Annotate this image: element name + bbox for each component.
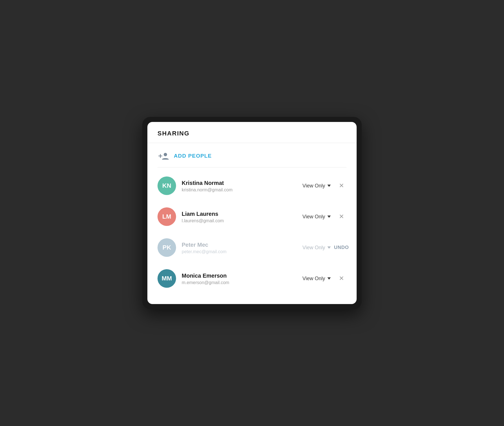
close-icon-mm: ✕: [339, 275, 344, 282]
permission-label-mm: View Only: [302, 276, 325, 282]
permission-dropdown-mm[interactable]: View Only: [302, 276, 331, 282]
permission-dropdown-pk[interactable]: View Only: [302, 245, 331, 251]
chevron-down-icon-kn: [327, 185, 331, 187]
modal-wrapper: SHARING + ADD PEOPLE KNKristina Normatkr…: [142, 117, 362, 309]
permission-label-kn: View Only: [302, 183, 325, 189]
remove-button-lm[interactable]: ✕: [336, 212, 346, 222]
person-row-pk: PKPeter Mecpeter.mec@gmail.comView OnlyU…: [158, 232, 346, 263]
avatar-pk: PK: [158, 238, 176, 257]
chevron-down-icon-lm: [327, 216, 331, 218]
close-icon-lm: ✕: [339, 214, 344, 220]
modal-body: + ADD PEOPLE KNKristina Normatkristina.n…: [147, 143, 357, 304]
svg-point-1: [164, 153, 167, 156]
remove-button-mm[interactable]: ✕: [336, 273, 346, 284]
person-email-lm: l.laurens@gmail.com: [182, 218, 297, 223]
person-info-pk: Peter Mecpeter.mec@gmail.com: [182, 241, 297, 254]
svg-text:+: +: [158, 152, 163, 160]
chevron-down-icon-mm: [327, 277, 331, 280]
person-name-lm: Liam Laurens: [182, 210, 297, 217]
person-name-pk: Peter Mec: [182, 241, 297, 248]
person-row-mm: MMMonica Emersonm.emerson@gmail.comView …: [158, 263, 346, 294]
avatar-kn: KN: [158, 176, 176, 195]
avatar-mm: MM: [158, 269, 176, 288]
person-info-mm: Monica Emersonm.emerson@gmail.com: [182, 272, 297, 285]
sharing-modal: SHARING + ADD PEOPLE KNKristina Normatkr…: [147, 122, 357, 304]
close-icon-kn: ✕: [339, 183, 344, 189]
permission-label-pk: View Only: [302, 245, 325, 251]
modal-title: SHARING: [158, 130, 190, 137]
person-info-kn: Kristina Normatkristina.norm@gmail.com: [182, 179, 297, 192]
undo-button-pk[interactable]: UNDO: [336, 243, 346, 253]
modal-header: SHARING: [147, 122, 357, 143]
person-row-kn: KNKristina Normatkristina.norm@gmail.com…: [158, 170, 346, 201]
person-email-mm: m.emerson@gmail.com: [182, 280, 297, 285]
person-info-lm: Liam Laurensl.laurens@gmail.com: [182, 210, 297, 223]
person-name-mm: Monica Emerson: [182, 272, 297, 279]
person-row-lm: LMLiam Laurensl.laurens@gmail.comView On…: [158, 201, 346, 232]
avatar-lm: LM: [158, 207, 176, 226]
person-email-pk: peter.mec@gmail.com: [182, 249, 297, 254]
permission-dropdown-lm[interactable]: View Only: [302, 214, 331, 220]
remove-button-kn[interactable]: ✕: [336, 181, 346, 191]
add-person-icon: +: [158, 151, 169, 161]
permission-dropdown-kn[interactable]: View Only: [302, 183, 331, 189]
chevron-down-icon-pk: [327, 246, 331, 249]
undo-label-pk: UNDO: [334, 245, 349, 250]
permission-label-lm: View Only: [302, 214, 325, 220]
person-email-kn: kristina.norm@gmail.com: [182, 187, 297, 192]
add-people-label: ADD PEOPLE: [174, 153, 212, 159]
person-name-kn: Kristina Normat: [182, 179, 297, 187]
add-people-row[interactable]: + ADD PEOPLE: [158, 143, 346, 167]
people-list: KNKristina Normatkristina.norm@gmail.com…: [158, 170, 346, 294]
